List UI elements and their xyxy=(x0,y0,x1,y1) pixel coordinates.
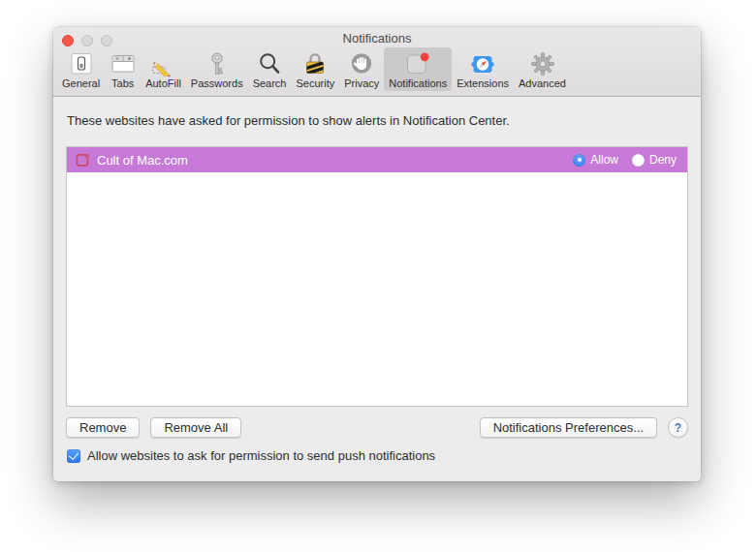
remove-all-button[interactable]: Remove All xyxy=(150,417,241,438)
site-favicon-icon xyxy=(76,153,90,168)
deny-radio-option[interactable]: Deny xyxy=(632,153,677,167)
help-button[interactable]: ? xyxy=(668,417,688,438)
tab-label: Advanced xyxy=(519,77,566,89)
remove-button[interactable]: Remove xyxy=(66,417,140,438)
list-item[interactable]: Cult of Mac.com Allow Deny xyxy=(67,147,687,172)
tab-label: Privacy xyxy=(344,77,379,89)
push-permission-checkbox[interactable] xyxy=(67,449,80,463)
push-permission-row: Allow websites to ask for permission to … xyxy=(67,448,435,463)
security-icon xyxy=(302,50,329,77)
deny-radio-icon[interactable] xyxy=(632,154,645,167)
allow-radio-icon[interactable] xyxy=(573,154,585,167)
pane-description: These websites have asked for permission… xyxy=(67,113,687,128)
allow-radio-option[interactable]: Allow xyxy=(573,153,618,167)
tab-autofill[interactable]: AutoFill xyxy=(141,47,186,91)
tab-extensions[interactable]: Extensions xyxy=(452,47,514,91)
tab-label: Notifications xyxy=(389,77,447,89)
deny-radio-label: Deny xyxy=(649,153,677,167)
privacy-icon xyxy=(349,50,375,77)
tabs-icon xyxy=(110,50,136,77)
push-permission-label: Allow websites to ask for permission to … xyxy=(87,448,435,463)
tab-label: Security xyxy=(296,77,334,89)
tab-notifications[interactable]: Notifications xyxy=(384,47,452,91)
tab-label: Search xyxy=(253,77,287,89)
tab-privacy[interactable]: Privacy xyxy=(339,47,384,91)
tab-label: AutoFill xyxy=(145,77,181,89)
extensions-icon xyxy=(470,50,496,77)
tab-label: General xyxy=(62,77,100,89)
allow-radio-label: Allow xyxy=(590,153,618,167)
tab-general[interactable]: General xyxy=(57,47,105,91)
safari-preferences-window: Notifications General xyxy=(53,27,701,481)
button-row: Remove Remove All Notifications Preferen… xyxy=(66,417,688,438)
permission-radio-group: Allow Deny xyxy=(573,153,677,167)
autofill-icon xyxy=(150,50,176,77)
general-icon xyxy=(68,50,94,77)
tab-passwords[interactable]: Passwords xyxy=(186,47,248,91)
advanced-icon xyxy=(529,50,555,77)
site-name: Cult of Mac.com xyxy=(97,153,573,168)
tab-security[interactable]: Security xyxy=(291,47,339,91)
tab-tabs[interactable]: Tabs xyxy=(105,47,141,91)
notifications-icon xyxy=(405,50,431,77)
tab-label: Extensions xyxy=(457,77,509,89)
notifications-pane: These websites have asked for permission… xyxy=(53,97,701,481)
tab-advanced[interactable]: Advanced xyxy=(514,47,571,91)
preferences-toolbar: General Tabs xyxy=(57,47,571,91)
window-title: Notifications xyxy=(53,31,701,46)
notifications-preferences-button[interactable]: Notifications Preferences... xyxy=(480,417,657,438)
title-bar: Notifications General xyxy=(53,27,701,97)
passwords-icon xyxy=(204,50,230,77)
tab-search[interactable]: Search xyxy=(248,47,292,91)
tab-label: Passwords xyxy=(191,77,243,89)
website-list: Cult of Mac.com Allow Deny xyxy=(66,146,688,407)
search-icon xyxy=(257,50,283,77)
tab-label: Tabs xyxy=(111,77,134,89)
